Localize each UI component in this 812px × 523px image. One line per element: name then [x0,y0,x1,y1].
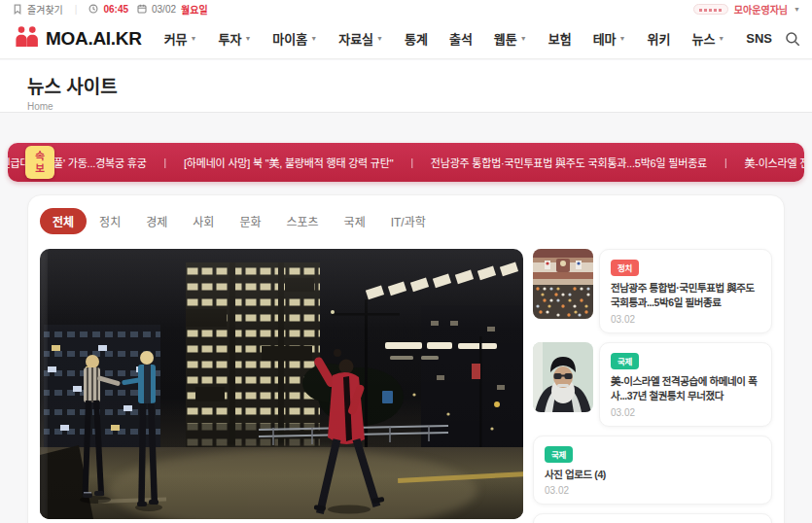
nav-item[interactable]: 보험 [538,29,583,48]
nav-item-label: 투자 [219,29,242,48]
category-badge: 국제 [545,446,573,463]
chevron-down-icon: ▼ [794,6,800,13]
article-card[interactable]: 국제 사진 업로드 (4) 03.02 [533,436,772,505]
chevron-down-icon: ▼ [244,35,251,42]
category-tab[interactable]: 전체 [40,208,87,234]
nav-item-label: SNS [746,31,772,46]
breaking-news-ticker[interactable]: 안전 긴급대응반 '풀' 가동...경복궁 휴궁 | [하메네이 사망] 북 "… [8,143,804,182]
username-label: 모아운영자님 [734,2,788,17]
nav-item-label: 출석 [449,29,473,48]
category-tab[interactable]: 국제 [332,208,378,234]
main-nav: 커뮤 ▼ 투자 ▼ 마이홈 ▼ 자료실 ▼ 통계 [154,29,783,48]
site-logo[interactable]: MOA.AI.KR [14,25,142,52]
ticker-track: 안전 긴급대응반 '풀' 가동...경복궁 휴궁 | [하메네이 사망] 북 "… [8,143,804,182]
ticker-headline[interactable]: 美-이스라엘 전격공습에 하메네이 폭사...37년 철권통 [744,155,804,170]
search-icon[interactable] [783,29,801,48]
article-title[interactable]: 전남광주 통합법·국민투표법 與주도 국회통과...5박6일 필버종료 [611,281,760,312]
article-card[interactable]: 국제 美-이스라엘 전격공습에 하메네이 폭사...37년 철권통치 무너졌다 … [599,342,772,427]
portrait-thumbnail[interactable] [533,342,593,412]
logo-text: MOA.AI.KR [46,28,142,50]
list-item[interactable]: 정치 전남광주 통합법·국민투표법 與주도 국회통과...5박6일 필버종료 0… [533,249,772,333]
page-title: 뉴스 사이트 [27,72,785,98]
list-item[interactable]: 국제 美-이스라엘 전격공습에 하메네이 폭사...37년 철권통치 무너졌다 … [533,342,772,427]
main-article-card[interactable] [40,249,523,523]
nav-item-label: 테마 [593,29,617,48]
main-header: MOA.AI.KR 커뮤 ▼ 투자 ▼ 마이홈 ▼ 자료실 ▼ [0,18,812,59]
ticker-separator: | [724,157,726,168]
divider: | [75,4,78,15]
top-utility-bar: 즐겨찾기 | 06:45 03/02 월요일 모아운영자님 ▼ [0,0,812,18]
clock-icon [88,4,98,16]
article-card[interactable]: IT/과학 사진 업로드 (3) 03.02 [533,513,772,523]
category-tabs: 전체 정치 경제 사회 문화 스포츠 국제 IT/과학 [40,208,772,234]
current-weekday: 월요일 [181,2,208,17]
page-header: 뉴스 사이트 Home [0,60,812,113]
breaking-badge: 속보 [25,146,54,179]
nav-item[interactable]: 마이홈 ▼ [262,29,328,48]
main-article-image[interactable] [40,249,523,519]
news-content-panel: 전체 정치 경제 사회 문화 스포츠 국제 IT/과학 [27,194,785,523]
category-badge: 정치 [611,260,639,276]
article-title[interactable]: 美-이스라엘 전격공습에 하메네이 폭사...37년 철권통치 무너졌다 [611,374,760,405]
category-badge: 국제 [611,353,639,369]
nav-item[interactable]: 통계 [394,29,439,48]
favorite-link[interactable]: 즐겨찾기 [27,2,63,17]
chevron-down-icon: ▼ [520,35,527,42]
breadcrumb[interactable]: Home [27,101,785,112]
logo-people-icon [14,25,40,52]
nav-item[interactable]: 자료실 ▼ [328,29,394,48]
category-tab[interactable]: 문화 [227,208,273,234]
article-date: 03.02 [611,314,760,325]
article-date: 03.02 [611,407,760,418]
chevron-down-icon: ▼ [191,35,197,42]
nav-item[interactable]: SNS [735,29,783,48]
nav-item-label: 위키 [648,29,671,48]
current-date: 03/02 [152,4,176,15]
article-date: 03.02 [545,485,760,496]
nav-item[interactable]: 테마 ▼ [583,29,637,48]
nav-item-label: 웹툰 [494,29,517,48]
nav-item-label: 뉴스 [691,29,715,48]
nav-item[interactable]: 출석 [439,29,483,48]
chevron-down-icon: ▼ [718,35,724,42]
nav-item[interactable]: 뉴스 ▼ [681,29,735,48]
nav-item[interactable]: 커뮤 ▼ [154,29,208,48]
user-level-badge [693,4,728,15]
nav-item-label: 마이홈 [272,29,307,48]
current-time: 06:45 [103,4,128,15]
category-tab[interactable]: 스포츠 [273,208,331,234]
category-tab[interactable]: IT/과학 [378,208,439,234]
ticker-separator: | [410,157,412,168]
nav-item[interactable]: 웹툰 ▼ [483,29,538,48]
nav-item[interactable]: 투자 ▼ [208,29,263,48]
ticker-headline[interactable]: 전남광주 통합법·국민투표법 與주도 국회통과...5박6일 필버종료 [431,155,707,170]
assembly-thumbnail[interactable] [533,249,593,319]
category-tab[interactable]: 사회 [180,208,227,234]
user-menu[interactable]: 모아운영자님 ▼ [693,2,800,17]
article-title[interactable]: 사진 업로드 (4) [545,468,760,483]
nav-item-label: 커뮤 [164,29,188,48]
list-item[interactable]: IT/과학 사진 업로드 (3) 03.02 [533,513,772,523]
nav-item-label: 자료실 [338,29,373,48]
nav-item[interactable]: 위키 [637,29,682,48]
bookmark-icon [12,4,22,15]
chevron-down-icon: ▼ [376,35,383,42]
nav-item-label: 통계 [405,29,428,48]
article-list: 정치 전남광주 통합법·국민투표법 與주도 국회통과...5박6일 필버종료 0… [533,249,772,523]
category-tab[interactable]: 경제 [133,208,180,234]
nav-item-label: 보험 [548,29,572,48]
calendar-icon [137,4,147,16]
article-card[interactable]: 정치 전남광주 통합법·국민투표법 與주도 국회통과...5박6일 필버종료 0… [599,249,772,333]
list-item[interactable]: 국제 사진 업로드 (4) 03.02 [533,436,772,505]
ticker-separator: | [164,157,166,168]
chevron-down-icon: ▼ [619,35,626,42]
ticker-headline[interactable]: [하메네이 사망] 북 "美, 불량배적 행태 강력 규탄" [184,155,393,170]
category-tab[interactable]: 정치 [87,208,133,234]
chevron-down-icon: ▼ [310,35,317,42]
